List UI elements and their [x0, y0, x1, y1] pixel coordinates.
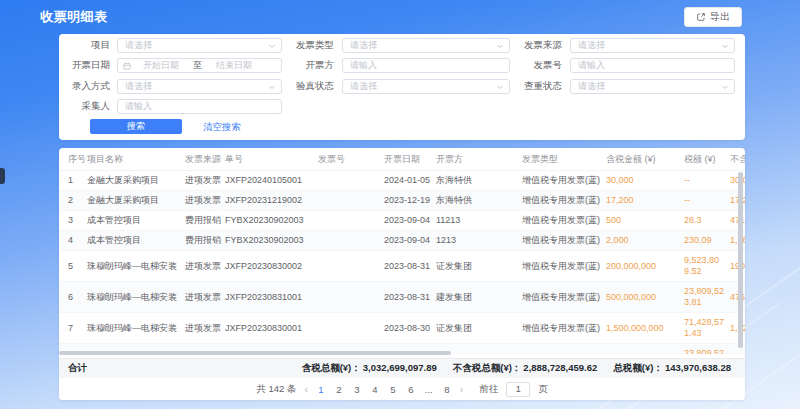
cell-drawer: 证发集团: [434, 313, 520, 344]
table-row[interactable]: 7珠穆朗玛峰—电梯安装进项发票JXFP202308300012023-08-30…: [59, 313, 745, 344]
page-button[interactable]: 8: [442, 384, 452, 395]
cell-invoice-no: [316, 231, 382, 251]
date-end-placeholder: 结束日期: [216, 59, 252, 72]
goto-page-input[interactable]: 1: [506, 382, 530, 397]
cell-order-no: JXFP20230830001: [223, 313, 316, 344]
cell-tax: 9,523,809.52: [682, 251, 728, 282]
table-row[interactable]: 2金融大厦采购项目进项发票JXFP202312190022023-12-19东海…: [59, 191, 745, 211]
invoice-no-placeholder: 请输入: [578, 59, 605, 72]
table-row[interactable]: 5珠穆朗玛峰—电梯安装进项发票JXFP202308300022023-08-31…: [59, 251, 745, 282]
cell-invoice-type: 增值税专用发票(蓝): [520, 191, 604, 211]
page-title: 收票明细表: [40, 8, 108, 26]
cell-order-no: JXFP20230831001: [223, 282, 316, 313]
page-button[interactable]: 6: [406, 384, 416, 395]
clear-search-link[interactable]: 清空搜索: [203, 119, 241, 134]
goto-label: 前往: [479, 383, 498, 396]
cell-seq: 7: [59, 313, 85, 344]
drawer-input[interactable]: 请输入: [342, 58, 510, 73]
cell-project-name: 金融大厦采购项目: [85, 191, 183, 211]
cell-project-name: 珠穆朗玛峰—电梯安装: [85, 282, 183, 313]
export-button[interactable]: 导出: [684, 7, 742, 27]
cell-tax: 23,809,523.81: [682, 282, 728, 313]
cell-seq: 6: [59, 282, 85, 313]
filter-panel: 项目 开票日期 录入方式 采集人 发票类型 开票方 验真状态 发票来源 发票号 …: [59, 34, 745, 140]
cell-order-no: JXFP20230830002: [223, 251, 316, 282]
cell-tax: 230.09: [682, 231, 728, 251]
page-button[interactable]: 4: [370, 384, 380, 395]
cell-invoice-type: 增值税专用发票(蓝): [520, 251, 604, 282]
cell-invoice-date: 2023-08-31: [382, 251, 434, 282]
invoice-type-select[interactable]: 请选择: [342, 38, 510, 53]
invoice-no-label: 发票号: [507, 58, 570, 72]
cell-invoice-source: 进项发票: [183, 191, 223, 211]
horizontal-scrollbar[interactable]: [59, 351, 451, 355]
summary-total-label: 合计: [68, 362, 87, 375]
cell-invoice-no: [316, 282, 382, 313]
cell-invoice-source: 费用报销: [183, 231, 223, 251]
calendar-icon: [123, 62, 131, 70]
page-button[interactable]: 3: [352, 384, 362, 395]
cell-invoice-type: 增值税专用发票(蓝): [520, 211, 604, 231]
pagination-total: 共 142 条: [256, 383, 296, 396]
cell-invoice-date: 2023-12-19: [382, 191, 434, 211]
invoice-source-select[interactable]: 请选择: [570, 38, 735, 53]
cell-amount-incl-tax: 500,000,000: [604, 282, 682, 313]
prev-page-button[interactable]: ‹: [304, 384, 307, 395]
drawer-placeholder: 请输入: [350, 59, 377, 72]
date-start-placeholder: 开始日期: [143, 59, 179, 72]
col-header-amount-excl-tax: 不含税金额 (¥): [728, 148, 745, 171]
cell-invoice-source: 进项发票: [183, 171, 223, 191]
col-header-tax: 税额 (¥): [682, 148, 728, 171]
summary-items: 含税总额(¥)：3,032,699,097.89 不含税总额(¥)：2,888,…: [302, 362, 731, 375]
cell-invoice-date: 2023-08-30: [382, 313, 434, 344]
goto-page-suffix: 页: [538, 383, 548, 396]
invoice-source-label: 发票来源: [507, 38, 570, 52]
cell-drawer: 1213: [434, 231, 520, 251]
chevron-down-icon: [268, 83, 276, 91]
project-select[interactable]: 请选择: [117, 38, 282, 53]
page-button[interactable]: 1: [316, 384, 326, 395]
verify-status-select[interactable]: 请选择: [342, 79, 510, 94]
cell-tax: 23,809,523.81: [682, 344, 728, 355]
table-row[interactable]: 3成本管控项目费用报销FYBX202309020032023-09-041121…: [59, 211, 745, 231]
page-button[interactable]: 2: [334, 384, 344, 395]
cell-order-no: FYBX20230902003: [223, 231, 316, 251]
entry-method-label: 录入方式: [59, 79, 118, 93]
cell-invoice-no: [316, 191, 382, 211]
cell-amount-incl-tax: 17,200: [604, 191, 682, 211]
cell-invoice-no: [316, 171, 382, 191]
cell-invoice-date: 2023-09-04: [382, 231, 434, 251]
cell-invoice-type: 增值税专用发票(蓝): [520, 231, 604, 251]
search-button[interactable]: 搜索: [90, 119, 182, 134]
vertical-scrollbar[interactable]: [738, 172, 743, 348]
invoice-table-head-row: 序号项目名称发票来源单号发票号开票日期开票方发票类型含税金额 (¥)税额 (¥)…: [59, 148, 745, 171]
col-header-order-no: 单号: [223, 148, 316, 171]
col-header-invoice-source: 发票来源: [183, 148, 223, 171]
next-page-button[interactable]: ›: [460, 384, 463, 395]
cell-drawer: 11213: [434, 211, 520, 231]
table-row[interactable]: 6珠穆朗玛峰—电梯安装进项发票JXFP202308310012023-08-31…: [59, 282, 745, 313]
verify-status-placeholder: 请选择: [350, 80, 377, 93]
drawer-handle[interactable]: [0, 168, 5, 184]
dup-status-placeholder: 请选择: [578, 80, 605, 93]
entry-method-select[interactable]: 请选择: [117, 79, 282, 94]
invoice-no-input[interactable]: 请输入: [570, 58, 735, 73]
cell-invoice-no: [316, 313, 382, 344]
table-row[interactable]: 4成本管控项目费用报销FYBX202309020032023-09-041213…: [59, 231, 745, 251]
col-header-invoice-type: 发票类型: [520, 148, 604, 171]
cell-tax: 71,428,571.43: [682, 313, 728, 344]
cell-seq: 4: [59, 231, 85, 251]
chevron-down-icon: [496, 83, 504, 91]
cell-amount-incl-tax: 30,000: [604, 171, 682, 191]
invoice-table-scroll-area: 序号项目名称发票来源单号发票号开票日期开票方发票类型含税金额 (¥)税额 (¥)…: [59, 148, 745, 354]
collector-input[interactable]: 请输入: [117, 99, 282, 114]
invoice-date-range[interactable]: 开始日期 至 结束日期: [117, 58, 282, 73]
dup-status-label: 查重状态: [507, 79, 570, 93]
col-header-invoice-no: 发票号: [316, 148, 382, 171]
invoice-date-label: 开票日期: [59, 58, 118, 72]
dup-status-select[interactable]: 请选择: [570, 79, 735, 94]
page-button[interactable]: 5: [388, 384, 398, 395]
chevron-down-icon: [268, 42, 276, 50]
cell-project-name: 珠穆朗玛峰—电梯安装: [85, 313, 183, 344]
table-row[interactable]: 1金融大厦采购项目进项发票JXFP202401050012024-01-05东海…: [59, 171, 745, 191]
